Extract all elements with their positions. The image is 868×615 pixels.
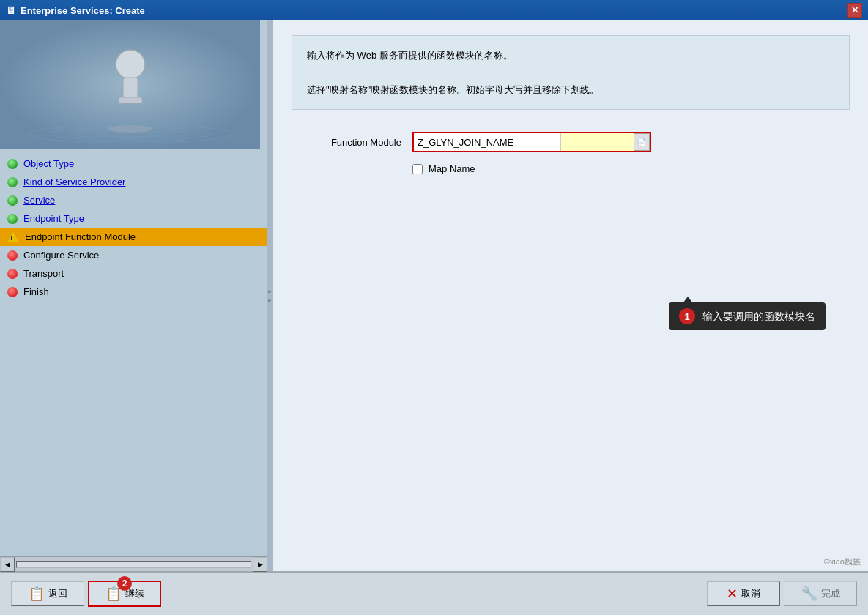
finish-button[interactable]: 🔧 完成 [784,581,857,606]
nav-link-kind-of-service-provider[interactable]: Kind of Service Provider [23,176,125,187]
back-icon: 📋 [29,586,45,602]
status-dot-green [7,195,18,206]
main-container: Object Type Kind of Service Provider Ser… [0,20,868,571]
svg-rect-6 [123,78,138,100]
svg-rect-7 [119,97,142,103]
nav-item-endpoint-type[interactable]: Endpoint Type [0,209,267,228]
nav-link-object-type[interactable]: Object Type [23,158,74,169]
nav-item-kind-of-service-provider[interactable]: Kind of Service Provider [0,173,267,191]
window-title: Enterprise Services: Create [21,5,145,16]
toolbar-left-group: 📋 返回 2 📋 继续 [11,581,161,607]
nav-link-endpoint-type[interactable]: Endpoint Type [23,213,84,224]
right-panel: 输入将作为 Web 服务而提供的函数模块的名称。 选择"映射名称"映射函数模块的… [273,20,868,571]
description-line1: 输入将作为 Web 服务而提供的函数模块的名称。 [307,47,834,64]
bottom-toolbar: 📋 返回 2 📋 继续 ✕ 取消 🔧 完成 [0,571,868,615]
status-dot-red [7,250,18,261]
title-bar-left: 🖥 Enterprise Services: Create [6,4,145,16]
nav-item-finish[interactable]: Finish [0,283,267,301]
panel-divider[interactable] [267,20,273,571]
nav-link-service[interactable]: Service [23,195,55,206]
toolbar-right-group: ✕ 取消 🔧 完成 [707,581,857,606]
function-module-row: Function Module 📄 [292,132,850,152]
function-module-input[interactable] [414,133,560,151]
nav-item-endpoint-function-module[interactable]: Endpoint Function Module [0,228,267,246]
nav-label-endpoint-function-module: Endpoint Function Module [25,231,136,242]
scroll-left-button[interactable]: ◀ [0,557,15,572]
decorative-image [0,20,260,149]
left-image [0,20,260,149]
browse-button[interactable]: 📄 [634,133,650,151]
function-module-extra-field[interactable] [560,133,634,151]
back-button[interactable]: 📋 返回 [11,581,84,606]
nav-list: Object Type Kind of Service Provider Ser… [0,149,267,556]
scroll-track[interactable] [16,561,251,568]
status-dot-green [7,214,18,224]
map-name-row: Map Name [292,163,850,174]
continue-button[interactable]: 2 📋 继续 [88,581,161,607]
cancel-icon: ✕ [727,586,738,602]
scroll-right-button[interactable]: ▶ [253,557,267,572]
left-scrollbar[interactable]: ◀ ▶ [0,556,267,571]
description-line2: 选择"映射名称"映射函数模块的名称。初始字母大写并且移除下划线。 [307,81,834,98]
status-dot-red [7,269,18,279]
form-area: Function Module 📄 Map Name [292,124,850,182]
cancel-button[interactable]: ✕ 取消 [707,581,780,606]
nav-item-transport[interactable]: Transport [0,264,267,283]
tooltip-balloon: 1 输入要调用的函数模块名 [669,302,826,330]
tooltip-badge: 1 [679,308,695,324]
continue-badge: 2 [117,576,132,591]
cancel-label: 取消 [741,587,760,600]
svg-point-8 [108,125,152,133]
tooltip-text: 输入要调用的函数模块名 [702,310,815,322]
nav-label-transport: Transport [23,268,64,279]
function-module-label: Function Module [292,137,401,148]
finish-icon: 🔧 [801,586,817,602]
title-bar: 🖥 Enterprise Services: Create ✕ [0,0,868,20]
status-dot-green [7,159,18,169]
nav-label-finish: Finish [23,286,49,297]
back-label: 返回 [48,587,67,600]
nav-item-object-type[interactable]: Object Type [0,154,267,173]
status-dot-green [7,177,18,187]
status-dot-red [7,287,18,297]
finish-label: 完成 [821,587,840,600]
svg-point-5 [116,50,145,79]
nav-item-service[interactable]: Service [0,191,267,209]
left-panel: Object Type Kind of Service Provider Ser… [0,20,267,571]
map-name-label: Map Name [429,163,475,174]
map-name-checkbox[interactable] [412,164,423,174]
map-name-checkbox-row[interactable]: Map Name [412,163,475,174]
watermark: ©xiao魏族 [824,556,861,567]
app-icon: 🖥 [6,4,16,16]
close-button[interactable]: ✕ [847,3,862,18]
status-dot-warning [7,232,19,242]
description-box: 输入将作为 Web 服务而提供的函数模块的名称。 选择"映射名称"映射函数模块的… [292,35,850,110]
nav-label-configure-service: Configure Service [23,250,99,261]
function-module-input-wrap[interactable]: 📄 [412,132,651,152]
nav-item-configure-service[interactable]: Configure Service [0,246,267,264]
